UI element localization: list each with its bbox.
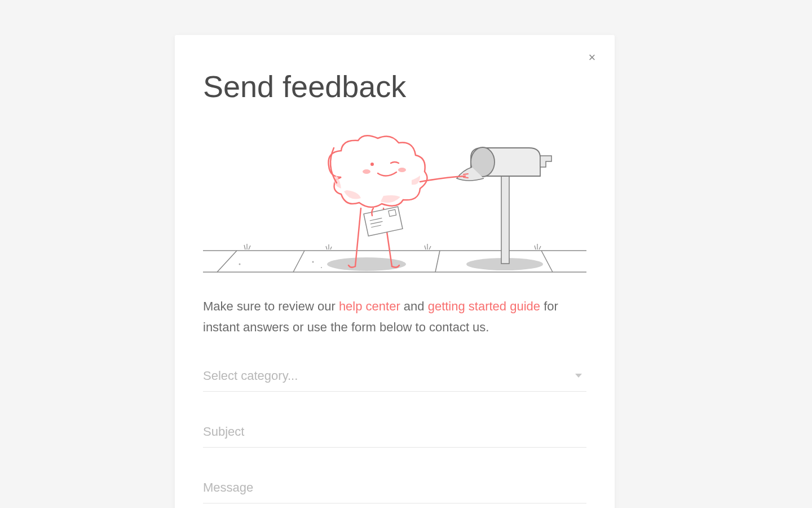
category-placeholder: Select category... bbox=[203, 369, 298, 383]
subject-input[interactable] bbox=[203, 424, 586, 439]
feedback-illustration bbox=[203, 126, 586, 279]
feedback-modal: × Send feedback bbox=[175, 35, 615, 508]
svg-line-7 bbox=[541, 251, 553, 272]
message-row bbox=[203, 472, 586, 503]
chevron-down-icon bbox=[575, 374, 582, 378]
svg-point-8 bbox=[239, 264, 241, 265]
svg-rect-16 bbox=[364, 207, 403, 236]
close-button[interactable]: × bbox=[585, 51, 599, 64]
subject-row bbox=[203, 417, 586, 448]
desc-middle: and bbox=[400, 299, 428, 313]
desc-pre: Make sure to review our bbox=[203, 299, 339, 313]
svg-line-5 bbox=[293, 251, 304, 272]
category-select[interactable]: Select category... bbox=[203, 361, 586, 392]
close-icon: × bbox=[589, 50, 596, 64]
svg-point-15 bbox=[398, 168, 406, 172]
svg-rect-11 bbox=[501, 174, 509, 264]
svg-point-13 bbox=[370, 163, 374, 166]
message-input[interactable] bbox=[203, 480, 586, 495]
description-text: Make sure to review our help center and … bbox=[203, 296, 586, 338]
svg-point-9 bbox=[312, 261, 314, 263]
svg-point-0 bbox=[327, 257, 406, 271]
svg-line-6 bbox=[435, 251, 440, 272]
svg-line-4 bbox=[217, 251, 237, 272]
modal-title: Send feedback bbox=[203, 69, 586, 104]
help-center-link[interactable]: help center bbox=[339, 299, 400, 313]
getting-started-link[interactable]: getting started guide bbox=[428, 299, 540, 313]
svg-point-14 bbox=[363, 169, 370, 174]
modal-content: Send feedback bbox=[175, 35, 615, 508]
svg-point-10 bbox=[321, 267, 322, 268]
